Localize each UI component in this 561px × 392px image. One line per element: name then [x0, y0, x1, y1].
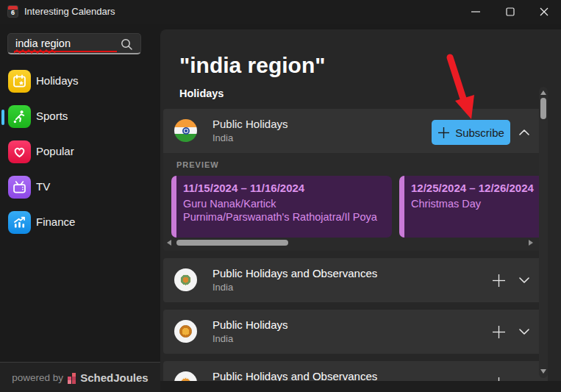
search-icon[interactable] — [121, 38, 133, 51]
india-flag-icon — [174, 119, 197, 142]
chevron-down-icon — [519, 329, 529, 335]
subscribe-label: Subscribe — [455, 126, 504, 139]
add-calendar-button[interactable] — [490, 271, 507, 289]
event-accent-bar — [171, 176, 176, 238]
sidebar-item-sports[interactable]: Sports — [0, 99, 160, 135]
vertical-scrollbar[interactable] — [539, 87, 548, 378]
results-panel: "india region" Holidays Public Holidays … — [160, 29, 561, 392]
result-subtitle: India — [212, 132, 233, 143]
sidebar-item-label: Finance — [36, 215, 75, 228]
vertical-scroll-thumb[interactable] — [540, 98, 546, 119]
window-title: Interesting Calendars — [24, 6, 115, 17]
scroll-right-icon[interactable] — [529, 240, 533, 246]
app-calendar-icon: 6 — [7, 5, 18, 18]
search-box — [7, 33, 141, 54]
collapse-button[interactable] — [518, 126, 531, 138]
spellcheck-squiggle-icon — [14, 49, 57, 54]
emblem-inner — [180, 274, 191, 285]
expand-button[interactable] — [518, 274, 531, 286]
horizontal-scrollbar[interactable] — [163, 238, 548, 248]
close-icon — [539, 7, 549, 17]
result-title: Public Holidays — [212, 118, 288, 130]
subscribe-button[interactable]: Subscribe — [432, 120, 510, 145]
maximize-button[interactable] — [493, 0, 527, 24]
sidebar-item-holidays[interactable]: Holidays — [0, 64, 160, 99]
sidebar-item-label: Holidays — [36, 74, 79, 87]
app-window: 6 Interesting Calendars — [0, 0, 561, 392]
sports-icon — [8, 105, 31, 128]
event-dates: 12/25/2024 – 12/26/2024 — [411, 182, 534, 194]
result-row[interactable]: Public Holidays and Observances India — [163, 258, 548, 302]
horizontal-scroll-thumb[interactable] — [176, 240, 288, 246]
chevron-down-icon — [519, 277, 529, 283]
sidebar-item-popular[interactable]: Popular — [0, 135, 160, 170]
scroll-up-icon[interactable] — [540, 90, 546, 95]
event-name: Christmas Day — [411, 197, 548, 210]
plus-icon — [492, 325, 506, 339]
schedjoules-logo-icon — [67, 373, 76, 382]
result-title: Public Holidays — [212, 318, 288, 331]
event-accent-bar — [399, 176, 404, 238]
sidebar-item-finance[interactable]: Finance — [0, 205, 160, 240]
result-subtitle: India — [212, 333, 233, 344]
minimize-icon — [471, 7, 481, 17]
result-item-expanded: Public Holidays India Subscribe PREVIEW … — [163, 109, 548, 251]
app-icon-day: 6 — [8, 9, 18, 16]
result-row[interactable]: Public Holidays India — [163, 310, 548, 354]
preview-event-card: 12/25/2024 – 12/26/2024 Christmas Day — [399, 176, 548, 238]
minimize-button[interactable] — [459, 0, 493, 24]
schedjoules-brand[interactable]: SchedJoules — [80, 371, 149, 384]
powered-by-label: powered by — [12, 372, 63, 383]
section-label-holidays: Holidays — [179, 88, 224, 99]
event-dates: 11/15/2024 – 11/16/2024 — [183, 182, 304, 194]
seal-icon — [174, 320, 197, 343]
finance-icon — [8, 211, 31, 234]
seal-inner — [179, 325, 192, 338]
sidebar-item-tv[interactable]: TV — [0, 170, 160, 205]
sidebar-item-label: Sports — [36, 110, 68, 122]
popular-icon — [8, 140, 31, 163]
plus-icon — [437, 126, 450, 139]
result-subtitle: India — [212, 282, 233, 293]
result-row[interactable]: Public Holidays India Subscribe — [163, 109, 548, 153]
close-button[interactable] — [527, 0, 561, 24]
search-results-heading: "india region" — [179, 53, 325, 78]
preview-event-card: 11/15/2024 – 11/16/2024 Guru Nanak/Karti… — [171, 176, 392, 238]
expand-button[interactable] — [518, 326, 531, 338]
tv-icon — [8, 176, 31, 199]
holidays-icon — [8, 70, 31, 93]
plus-icon — [492, 274, 506, 288]
scroll-down-icon[interactable] — [540, 369, 546, 374]
sidebar-item-label: Popular — [36, 145, 74, 157]
event-name: Guru Nanak/Kartick Purnima/Parswanath's … — [183, 197, 385, 224]
titlebar: 6 Interesting Calendars — [0, 0, 561, 24]
ashoka-chakra-icon — [182, 127, 190, 135]
maximize-icon — [505, 7, 515, 17]
sidebar-item-label: TV — [36, 180, 50, 193]
powered-by-footer: powered by SchedJoules — [0, 362, 161, 392]
add-calendar-button[interactable] — [490, 323, 507, 341]
chevron-up-icon — [519, 129, 529, 135]
scroll-left-icon[interactable] — [167, 240, 171, 246]
window-bottom-edge — [160, 381, 561, 392]
emblem-icon — [174, 268, 197, 291]
preview-section: PREVIEW 11/15/2024 – 11/16/2024 Guru Nan… — [163, 153, 548, 251]
preview-label: PREVIEW — [176, 160, 219, 169]
result-title: Public Holidays and Observances — [212, 267, 377, 279]
